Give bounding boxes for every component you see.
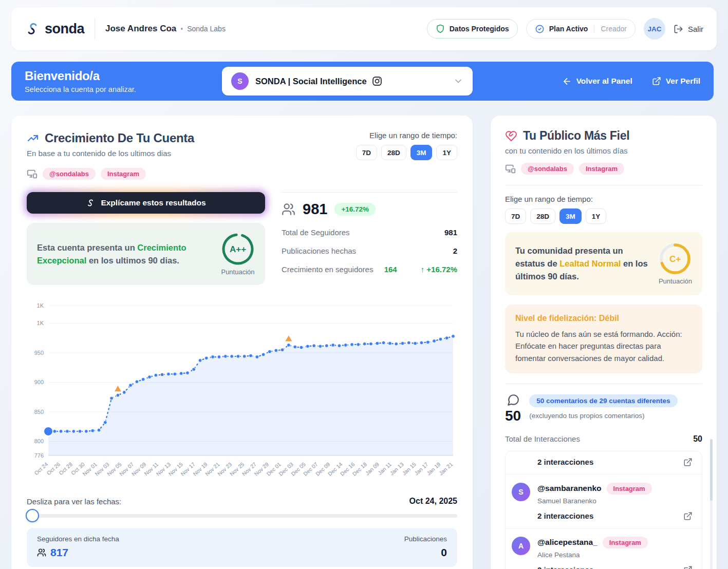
follower-name: Alice Pestana: [537, 551, 648, 559]
list-scrollbar-track[interactable]: [710, 439, 713, 569]
shield-icon: [436, 24, 445, 33]
growth-card-subtitle: En base a tu contenido de los ultimos di…: [27, 149, 194, 158]
stat-row-total-followers: Total de Seguidores 981: [282, 228, 457, 237]
welcome-subtitle: Selecciona la cuenta por analizar.: [25, 85, 136, 93]
loyalty-range-7d[interactable]: 7D: [505, 208, 526, 224]
loyalty-status-card: Tu comunidad presenta un estatus de Leal…: [505, 232, 702, 295]
separator-dot: •: [180, 25, 183, 33]
loyalty-score-ring: C+: [659, 242, 692, 275]
growth-range-28d[interactable]: 28D: [381, 145, 406, 160]
comments-count: 50: [505, 408, 521, 424]
svg-text:900: 900: [34, 379, 44, 385]
loyalty-score-value: C+: [669, 254, 681, 264]
back-to-panel-button[interactable]: Volver al Panel: [562, 77, 632, 86]
follower-name: Samuel Baranenko: [537, 497, 652, 505]
devices-icon: [27, 168, 38, 179]
svg-text:Jan 21: Jan 21: [438, 461, 454, 476]
loyalty-range-28d[interactable]: 28D: [530, 208, 555, 224]
loyalty-range-label: Elige un rango de tiempo:: [505, 195, 702, 203]
svg-text:950: 950: [34, 350, 44, 356]
followers-growth-chart: 1K1K950900850800776Oct 24Oct 26Oct 28Oct…: [27, 300, 457, 491]
growth-range-1y[interactable]: 1Y: [436, 145, 457, 160]
total-interactions-label: Total de Interacciones: [505, 434, 580, 443]
sonda-logo-icon: [25, 21, 40, 36]
growth-range-3m[interactable]: 3M: [410, 145, 433, 160]
logout-icon: [674, 24, 683, 34]
logout-button[interactable]: Salir: [674, 24, 703, 34]
explain-results-label: Explícame estos resultados: [101, 198, 206, 207]
stat-value: 981: [444, 228, 457, 237]
date-slider-track[interactable]: [27, 514, 457, 518]
svg-text:1K: 1K: [37, 320, 44, 326]
account-selector-label: SONDA | Social Intelligence: [255, 77, 367, 86]
platform-tag: Instagram: [579, 163, 624, 175]
insight-text-pre: Esta cuenta presenta un: [37, 243, 137, 252]
stat-label: Publicaciones hechas: [282, 246, 356, 255]
list-scrollbar-thumb[interactable]: [710, 439, 713, 501]
loyalty-card: Tu Público Más Fiel con tu contenido en …: [491, 116, 717, 569]
follower-handle: @alicepestana_: [537, 538, 598, 547]
arrow-left-icon: [562, 77, 572, 86]
loyalty-score-label: Puntuación: [659, 277, 692, 285]
date-posts-value: 0: [404, 546, 447, 559]
growth-range-7d[interactable]: 7D: [356, 145, 377, 160]
divider: [505, 384, 702, 384]
account-tag: @sondalabs: [521, 163, 574, 175]
plan-label: Plan Activo: [549, 25, 588, 33]
stat-value: 2: [453, 246, 457, 255]
comments-summary-badge: 50 comentarios de 29 cuentas diferentes: [529, 394, 677, 407]
stat-label: Crecimiento en seguidores: [282, 265, 373, 274]
total-interactions-value: 50: [693, 434, 702, 444]
interactions-count: 2 interacciones: [537, 565, 593, 569]
sonda-logo-icon-small: [86, 198, 95, 207]
devices-icon: [505, 163, 516, 174]
external-link-icon[interactable]: [683, 511, 693, 521]
growth-range-label: Elige un rango de tiempo:: [356, 131, 457, 140]
growth-card-title: Crecimiento De Tu Cuenta: [45, 131, 194, 145]
badge-check-icon: [535, 24, 545, 34]
follower-avatar: A: [512, 537, 530, 555]
date-stats-card: Seguidores en dicha fecha 817 Publicacio…: [27, 528, 457, 567]
instagram-badge: Instagram: [603, 537, 648, 548]
followers-delta-badge: +16.72%: [334, 203, 376, 216]
stat-label: Total de Seguidores: [282, 228, 350, 237]
explain-results-button[interactable]: Explícame estos resultados: [27, 192, 265, 214]
fidelity-level-card: Nivel de fidelización: Débil Tu núcleo d…: [505, 305, 702, 373]
user-avatar[interactable]: JAC: [644, 18, 665, 40]
follower-avatar: S: [512, 483, 530, 501]
loyal-followers-list: 2 interacciones S @sambaranenko Instagra…: [505, 451, 702, 569]
loyalty-range-3m[interactable]: 3M: [559, 208, 582, 224]
follower-handle: @sambaranenko: [537, 484, 602, 493]
growth-score-label: Puntuación: [221, 268, 254, 276]
external-link-icon[interactable]: [683, 565, 693, 569]
brand-name: sonda: [45, 21, 84, 37]
slider-label: Desliza para ver las fechas:: [27, 497, 121, 506]
divider: [505, 185, 702, 185]
stat-growth-delta: ↑ +16.72%: [421, 265, 457, 274]
header-divider: [95, 18, 95, 40]
interactions-count: 2 interacciones: [537, 458, 593, 466]
date-slider-handle[interactable]: [26, 509, 39, 522]
insight-text-post: en los ultimos 90 dias.: [86, 256, 179, 265]
plan-separator: [594, 24, 594, 33]
comment-bubble-icon: [507, 393, 520, 407]
account-tag: @sondalabs: [43, 168, 96, 180]
account-avatar: S: [231, 72, 249, 90]
data-protected-badge: Datos Protegidos: [427, 19, 518, 39]
trending-up-icon: [27, 132, 39, 144]
svg-text:Oct 26: Oct 26: [45, 461, 61, 476]
follower-list-item: A @alicepestana_ Instagram Alice Pestana…: [506, 528, 702, 569]
view-profile-button[interactable]: Ver Perfil: [652, 77, 700, 86]
view-profile-label: Ver Perfil: [666, 77, 700, 86]
brand-logo: sonda: [25, 21, 84, 37]
followers-headline: 981: [303, 201, 327, 218]
svg-text:Jan 09: Jan 09: [364, 461, 381, 476]
loyalty-range-1y[interactable]: 1Y: [586, 208, 607, 224]
date-followers-label: Seguidores en dicha fecha: [37, 535, 119, 543]
svg-text:Oct 24: Oct 24: [33, 461, 49, 476]
svg-text:800: 800: [34, 438, 44, 444]
instagram-badge: Instagram: [607, 483, 652, 495]
external-link-icon[interactable]: [683, 458, 693, 467]
account-selector-dropdown[interactable]: S SONDA | Social Intelligence: [222, 67, 473, 96]
svg-text:1K: 1K: [37, 302, 44, 309]
